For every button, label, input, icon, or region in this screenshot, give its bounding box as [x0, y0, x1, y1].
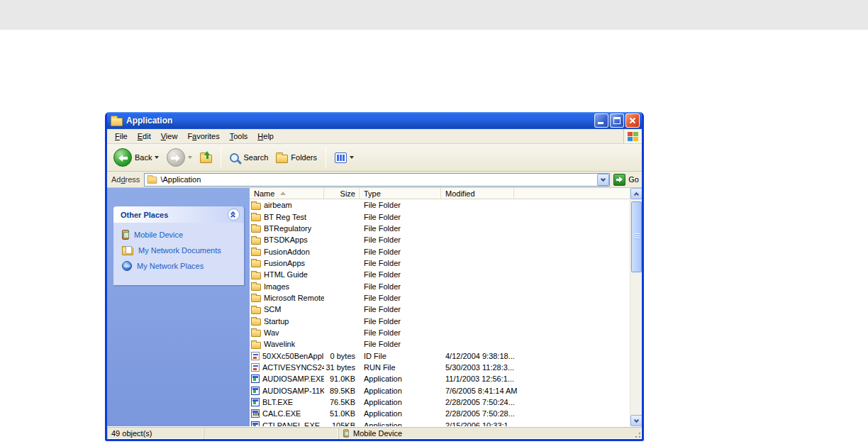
views-dropdown-icon[interactable]	[350, 156, 354, 159]
status-spacer	[204, 427, 338, 439]
file-type-cell: File Folder	[360, 248, 441, 256]
column-header-type[interactable]: Type	[360, 188, 441, 199]
folder-icon	[251, 307, 261, 314]
back-button[interactable]: Back	[111, 147, 161, 168]
menu-item-help[interactable]: Help	[252, 130, 279, 143]
collapse-button[interactable]	[228, 209, 240, 221]
mobile-device-icon	[343, 429, 349, 437]
resize-grip[interactable]	[633, 430, 642, 439]
forward-button[interactable]	[165, 147, 194, 168]
file-row[interactable]: 50XXc50BenAppl....0 bytesID File4/12/200…	[250, 350, 642, 361]
menu-item-edit[interactable]: Edit	[133, 130, 156, 143]
chevron-up-icon	[230, 214, 235, 219]
file-size-cell: 89.5KB	[324, 387, 360, 395]
address-value[interactable]: \Application	[160, 175, 597, 184]
folder-row[interactable]: StartupFile Folder	[250, 315, 642, 326]
file-name-cell: FusionAddon	[250, 247, 324, 256]
scroll-up-button[interactable]	[630, 188, 642, 199]
file-size-cell: 76.5KB	[324, 398, 360, 406]
close-button[interactable]	[625, 113, 640, 128]
file-row[interactable]: CTLPANEL.EXE105KBApplication2/15/2006 10…	[250, 420, 642, 426]
other-places-header[interactable]: Other Places	[113, 206, 244, 223]
column-header-blank	[514, 188, 642, 199]
menu-item-tools[interactable]: Tools	[225, 130, 253, 143]
maximize-icon	[613, 117, 621, 124]
file-row[interactable]: CALC.EXE51.0KBApplication2/28/2005 7:50:…	[250, 408, 642, 419]
scrollbar-thumb[interactable]	[631, 201, 642, 272]
column-header-name[interactable]: Name	[250, 188, 324, 199]
sidebar-item-network-places[interactable]: My Network Places	[122, 261, 241, 271]
views-button[interactable]	[333, 151, 356, 165]
file-name-cell: FusionApps	[250, 258, 324, 267]
folder-row[interactable]: FusionAddonFile Folder	[250, 245, 642, 257]
maximize-button[interactable]	[610, 113, 624, 128]
folders-button[interactable]: Folders	[274, 150, 319, 165]
column-header-modified[interactable]: Modified	[441, 188, 514, 199]
file-name: Wavelink	[264, 340, 295, 348]
up-folder-icon	[200, 155, 212, 163]
file-row[interactable]: ACTIVESYNCS24....31 bytesRUN File5/30/20…	[250, 362, 642, 373]
file-type-cell: RUN File	[360, 363, 441, 372]
up-button[interactable]	[198, 150, 214, 165]
file-name: ACTIVESYNCS24....	[262, 363, 324, 372]
folder-row[interactable]: airbeamFile Folder	[250, 199, 642, 211]
file-type-cell: File Folder	[360, 224, 441, 233]
titlebar[interactable]: Application	[107, 112, 642, 129]
forward-dropdown-icon[interactable]	[188, 156, 192, 159]
folder-row[interactable]: BTSDKAppsFile Folder	[250, 234, 642, 245]
go-label: Go	[628, 175, 639, 184]
back-dropdown-icon[interactable]	[155, 156, 159, 159]
file-row[interactable]: BLT.EXE76.5KBApplication2/28/2005 7:50:2…	[250, 396, 642, 408]
folder-row[interactable]: Microsoft Remote...File Folder	[250, 292, 642, 304]
address-dropdown-button[interactable]	[597, 174, 609, 186]
folder-row[interactable]: SCMFile Folder	[250, 304, 642, 315]
file-type-cell: Application	[360, 398, 441, 406]
menu-item-file[interactable]: File	[110, 130, 133, 143]
go-arrow-icon	[613, 174, 625, 186]
network-places-icon	[122, 261, 132, 271]
file-name-cell: BTRegulatory	[250, 223, 324, 233]
file-row[interactable]: AUDIOSAMP-11K...89.5KBApplication7/6/200…	[250, 385, 642, 396]
address-label: Address	[111, 175, 140, 184]
file-modified-cell: 5/30/2003 11:28:3...	[441, 363, 514, 372]
sidebar-item-network-documents[interactable]: My Network Documents	[122, 245, 241, 255]
window-title: Application	[126, 116, 594, 126]
folder-row[interactable]: ImagesFile Folder	[250, 280, 642, 292]
folder-row[interactable]: BT Reg TestFile Folder	[250, 211, 642, 222]
folder-row[interactable]: FusionAppsFile Folder	[250, 257, 642, 269]
file-row[interactable]: AUDIOSAMP.EXE91.0KBApplication11/1/2003 …	[250, 373, 642, 384]
file-type-cell: File Folder	[360, 294, 441, 302]
search-button[interactable]: Search	[228, 152, 270, 164]
sidebar-item-label: My Network Places	[137, 262, 204, 270]
folder-row[interactable]: HTML GuideFile Folder	[250, 269, 642, 280]
folder-icon	[251, 330, 261, 337]
minimize-button[interactable]	[594, 113, 608, 128]
menu-item-view[interactable]: View	[156, 130, 183, 143]
file-name: 50XXc50BenAppl....	[262, 352, 324, 360]
file-type-cell: Application	[360, 374, 441, 383]
mobile-device-icon	[122, 230, 129, 240]
file-size-cell: 31 bytes	[324, 363, 360, 372]
menu-item-favorites[interactable]: Favorites	[182, 130, 224, 143]
vertical-scrollbar[interactable]	[630, 188, 642, 426]
file-name: BT Reg Test	[264, 213, 306, 221]
file-name-cell: airbeam	[250, 201, 324, 210]
folder-row[interactable]: BTRegulatoryFile Folder	[250, 223, 642, 234]
sidebar-item-mobile-device[interactable]: Mobile Device	[122, 230, 241, 240]
folder-row[interactable]: WavFile Folder	[250, 327, 642, 338]
address-combo[interactable]: \Application	[144, 173, 610, 187]
file-size-cell: 0 bytes	[324, 352, 360, 360]
folder-row[interactable]: WavelinkFile Folder	[250, 338, 642, 350]
window-folder-icon	[111, 118, 123, 126]
scroll-down-button[interactable]	[630, 415, 642, 426]
file-name: FusionApps	[264, 259, 305, 267]
file-name: AUDIOSAMP.EXE	[262, 374, 324, 383]
menubar: FileEditViewFavoritesToolsHelp	[107, 129, 642, 144]
toolbar: Back Search Folders	[107, 144, 642, 172]
file-type-cell: File Folder	[360, 317, 441, 326]
file-type-cell: File Folder	[360, 305, 441, 313]
file-modified-cell: 4/12/2004 9:38:18...	[441, 352, 515, 360]
folder-icon	[251, 226, 261, 233]
column-header-size[interactable]: Size	[324, 188, 360, 199]
go-button[interactable]: Go	[613, 174, 639, 186]
